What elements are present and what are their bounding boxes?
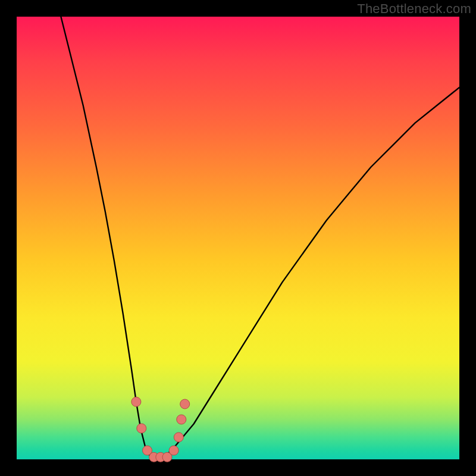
- marker-dot: [169, 446, 178, 455]
- plot-area: [17, 17, 459, 459]
- marker-dot: [177, 415, 186, 424]
- marker-dot: [137, 424, 146, 433]
- bottleneck-curve: [61, 17, 459, 459]
- chart-frame: TheBottleneck.com: [0, 0, 476, 476]
- curve-layer: [17, 17, 459, 459]
- marker-dot: [131, 397, 141, 406]
- trough-markers: [131, 397, 190, 462]
- watermark-text: TheBottleneck.com: [357, 1, 471, 17]
- marker-dot: [180, 399, 190, 409]
- marker-dot: [174, 433, 183, 442]
